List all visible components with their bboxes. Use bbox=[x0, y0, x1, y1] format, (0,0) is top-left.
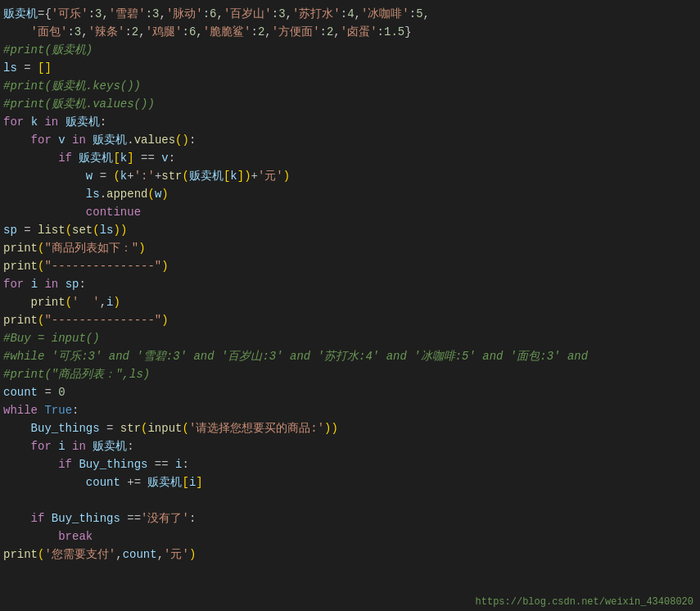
line-content: Buy_things = str(input('请选择您想要买的商品:')) bbox=[0, 419, 338, 437]
line-content: if Buy_things =='没有了': bbox=[0, 509, 196, 527]
code-line: for i in 贩卖机: bbox=[0, 437, 700, 455]
code-line: ls = [] bbox=[0, 59, 700, 77]
code-line: print("商品列表如下：") bbox=[0, 239, 700, 257]
line-content: if 贩卖机[k] == v: bbox=[0, 149, 175, 167]
line-content: for v in 贩卖机.values(): bbox=[0, 131, 196, 149]
line-content: print('您需要支付',count,'元') bbox=[0, 545, 196, 563]
code-line: #print(贩卖机.values()) bbox=[0, 95, 700, 113]
line-content: break bbox=[0, 527, 93, 545]
line-content: #Buy = input() bbox=[0, 329, 100, 347]
code-line: '面包':3,'辣条':2,'鸡腿':6,'脆脆鲨':2,'方便面':2,'卤蛋… bbox=[0, 23, 700, 41]
code-line: count += 贩卖机[i] bbox=[0, 473, 700, 491]
line-content: '面包':3,'辣条':2,'鸡腿':6,'脆脆鲨':2,'方便面':2,'卤蛋… bbox=[0, 23, 412, 41]
code-line: break bbox=[0, 527, 700, 545]
line-content: print(' ',i) bbox=[0, 293, 120, 311]
code-line: for v in 贩卖机.values(): bbox=[0, 131, 700, 149]
line-content: for i in 贩卖机: bbox=[0, 437, 134, 455]
code-line: for i in sp: bbox=[0, 275, 700, 293]
line-content: count += 贩卖机[i] bbox=[0, 473, 203, 491]
code-line: 贩卖机={'可乐':3,'雪碧':3,'脉动':6,'百岁山':3,'苏打水':… bbox=[0, 5, 700, 23]
line-content: print("---------------") bbox=[0, 257, 169, 275]
line-content: while True: bbox=[0, 401, 79, 419]
line-content: ls.append(w) bbox=[0, 185, 169, 203]
line-content: #print(贩卖机.values()) bbox=[0, 95, 155, 113]
line-content: w = (k+':'+str(贩卖机[k])+'元') bbox=[0, 167, 290, 185]
code-line: print("---------------") bbox=[0, 257, 700, 275]
code-line: print("---------------") bbox=[0, 311, 700, 329]
line-content: #print(贩卖机) bbox=[0, 41, 93, 59]
line-content: print("商品列表如下：") bbox=[0, 239, 146, 257]
code-line: #while '可乐:3' and '雪碧:3' and '百岁山:3' and… bbox=[0, 347, 700, 365]
code-line: w = (k+':'+str(贩卖机[k])+'元') bbox=[0, 167, 700, 185]
line-content: if Buy_things == i: bbox=[0, 455, 189, 473]
code-line: sp = list(set(ls)) bbox=[0, 221, 700, 239]
line-content: sp = list(set(ls)) bbox=[0, 221, 127, 239]
code-line: ls.append(w) bbox=[0, 185, 700, 203]
blog-url: https://blog.csdn.net/weixin_43408020 bbox=[476, 596, 693, 608]
line-content: #while '可乐:3' and '雪碧:3' and '百岁山:3' and… bbox=[0, 347, 588, 365]
line-content: ls = [] bbox=[0, 59, 52, 77]
code-line: for k in 贩卖机: bbox=[0, 113, 700, 131]
code-line: print('您需要支付',count,'元') bbox=[0, 545, 700, 563]
line-content: for i in sp: bbox=[0, 275, 86, 293]
code-line: if Buy_things =='没有了': bbox=[0, 509, 700, 527]
code-line: continue bbox=[0, 203, 700, 221]
code-line: if 贩卖机[k] == v: bbox=[0, 149, 700, 167]
code-line: count = 0 bbox=[0, 383, 700, 401]
line-content: count = 0 bbox=[0, 383, 65, 401]
code-container: 贩卖机={'可乐':3,'雪碧':3,'脉动':6,'百岁山':3,'苏打水':… bbox=[0, 0, 700, 611]
code-line: #Buy = input() bbox=[0, 329, 700, 347]
line-content: print("---------------") bbox=[0, 311, 169, 329]
line-content: #print(贩卖机.keys()) bbox=[0, 77, 141, 95]
code-line: #print(贩卖机.keys()) bbox=[0, 77, 700, 95]
code-line bbox=[0, 491, 700, 509]
line-content: 贩卖机={'可乐':3,'雪碧':3,'脉动':6,'百岁山':3,'苏打水':… bbox=[0, 5, 430, 23]
code-line: Buy_things = str(input('请选择您想要买的商品:')) bbox=[0, 419, 700, 437]
code-line: if Buy_things == i: bbox=[0, 455, 700, 473]
line-content: continue bbox=[0, 203, 141, 221]
code-line: #print(贩卖机) bbox=[0, 41, 700, 59]
code-line: #print("商品列表：",ls) bbox=[0, 365, 700, 383]
code-line: while True: bbox=[0, 401, 700, 419]
code-line: print(' ',i) bbox=[0, 293, 700, 311]
line-content: #print("商品列表：",ls) bbox=[0, 365, 150, 383]
line-content: for k in 贩卖机: bbox=[0, 113, 106, 131]
